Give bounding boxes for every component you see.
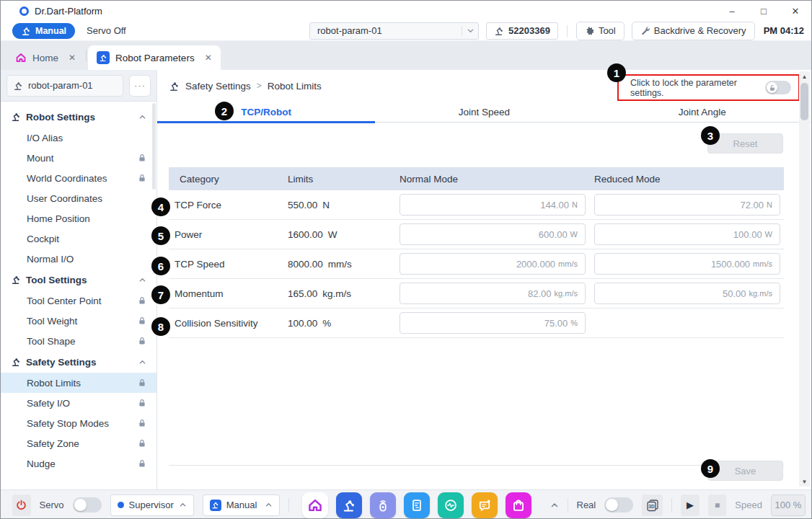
- manual-mode-icon: [210, 500, 221, 511]
- param-file-select[interactable]: robot-param-01: [309, 22, 479, 40]
- sidebar-section-header[interactable]: Tool Settings: [1, 269, 156, 290]
- tab-robot-parameters[interactable]: Robot Parameters ✕: [88, 45, 221, 70]
- lock-settings-annotation-box: Click to lock the parameter settings.: [617, 74, 800, 101]
- normal-mode-input[interactable]: 75.00%: [400, 312, 586, 334]
- reduced-mode-input[interactable]: 50.00kg.m/s: [594, 283, 780, 304]
- sidebar-scrollbar[interactable]: [152, 103, 156, 190]
- param-file-value: robot-param-01: [317, 25, 382, 36]
- robot-serial-button[interactable]: 52203369: [486, 22, 558, 40]
- maximize-button[interactable]: □: [748, 1, 780, 21]
- robot-icon: [21, 26, 31, 36]
- normal-mode-input[interactable]: 2000.000mm/s: [400, 253, 586, 275]
- annotation-badge-5: 5: [151, 226, 170, 245]
- tab-robot-parameters-close-icon[interactable]: ✕: [205, 53, 212, 63]
- row-category: Power: [169, 229, 288, 240]
- play-button[interactable]: ▶: [681, 494, 700, 516]
- robot-parameters-icon: [97, 51, 110, 64]
- store-app-icon[interactable]: [506, 492, 531, 518]
- sidebar-item-safety-zone[interactable]: Safety Zone: [1, 433, 156, 453]
- chevron-up-icon[interactable]: [138, 276, 146, 284]
- param-tab-tcp-robot[interactable]: TCP/Robot: [157, 102, 375, 122]
- manual-mode-button[interactable]: Manual: [12, 23, 75, 39]
- servo-label: Servo: [40, 500, 64, 510]
- window-title: Dr.Dart-Platform: [35, 6, 102, 17]
- app-logo-icon: [19, 6, 29, 16]
- sidebar-section-header[interactable]: Robot Settings: [1, 106, 156, 128]
- sidebar-item-robot-limits[interactable]: Robot Limits: [1, 373, 156, 393]
- reduced-mode-input[interactable]: 72.00N: [594, 194, 780, 216]
- header-category: Category: [169, 174, 288, 185]
- sidebar-item-safety-stop-modes[interactable]: Safety Stop Modes: [1, 413, 156, 433]
- scroll-down-icon[interactable]: ▼: [802, 476, 808, 487]
- tool-button[interactable]: Tool: [576, 22, 625, 40]
- row-limit: 165.00kg.m/s: [288, 288, 400, 299]
- mode-select[interactable]: Manual: [203, 494, 280, 516]
- servo-toggle[interactable]: [73, 497, 102, 513]
- scroll-up-icon[interactable]: ▲: [802, 71, 808, 81]
- sidebar-item-i-o-alias[interactable]: I/O Alias: [1, 128, 156, 148]
- sidebar-item-tool-shape[interactable]: Tool Shape: [1, 331, 156, 351]
- chevron-up-icon: [265, 501, 273, 509]
- real-mode-toggle[interactable]: [604, 497, 633, 513]
- role-select[interactable]: Supervisor: [110, 494, 194, 516]
- chevron-up-icon[interactable]: [138, 113, 146, 121]
- sidebar-item-tool-center-point[interactable]: Tool Center Point: [1, 290, 156, 311]
- robot-params-app-icon[interactable]: [336, 492, 362, 518]
- breadcrumb-parent[interactable]: Safety Settings: [185, 81, 251, 92]
- param-tab-joint-angle[interactable]: Joint Angle: [593, 102, 811, 122]
- breadcrumb-current: Robot Limits: [268, 81, 322, 92]
- normal-mode-input[interactable]: 144.00N: [400, 194, 586, 216]
- normal-mode-input[interactable]: 82.00kg.m/s: [400, 283, 586, 304]
- chevron-up-icon[interactable]: [138, 358, 146, 366]
- tab-home[interactable]: Home ✕: [6, 45, 84, 70]
- stop-icon: ■: [715, 500, 720, 510]
- sidebar-item-world-coordinates[interactable]: World Coordinates: [1, 168, 156, 188]
- message-app-icon[interactable]: [472, 492, 498, 518]
- speed-value-box[interactable]: 100 %: [771, 494, 806, 516]
- close-button[interactable]: ✕: [780, 1, 811, 21]
- stop-button[interactable]: ■: [708, 494, 727, 516]
- tab-home-close-icon[interactable]: ✕: [69, 53, 76, 63]
- robot-lock-icon: [494, 26, 504, 36]
- table-row: TCP Force 550.00N 144.00N 72.00N: [169, 190, 784, 220]
- play-icon: ▶: [687, 500, 694, 510]
- normal-mode-input[interactable]: 600.00W: [400, 223, 586, 245]
- lock-icon: [138, 337, 146, 345]
- sidebar-item-safety-i-o[interactable]: Safety I/O: [1, 393, 156, 413]
- scrollbar-thumb[interactable]: [800, 83, 808, 120]
- remote-control-app-icon[interactable]: [370, 492, 396, 518]
- lock-icon: [138, 296, 146, 305]
- manual-mode-label: Manual: [35, 26, 66, 36]
- sidebar-item-nudge[interactable]: Nudge: [1, 453, 156, 474]
- power-button[interactable]: [12, 494, 31, 516]
- main-scrollbar[interactable]: ▲ ▼: [799, 71, 810, 487]
- speed-label: Speed: [735, 500, 762, 510]
- chevron-up-icon: [179, 501, 187, 509]
- more-options-button[interactable]: ···: [129, 75, 151, 97]
- table-row: Power 1600.00W 600.00W 100.00W: [169, 220, 784, 249]
- dock-collapse-icon[interactable]: [550, 501, 559, 510]
- reduced-mode-input[interactable]: 1500.000mm/s: [594, 253, 780, 275]
- param-tab-joint-speed[interactable]: Joint Speed: [375, 102, 593, 122]
- sidebar-item-tool-weight[interactable]: Tool Weight: [1, 311, 156, 331]
- lock-toggle[interactable]: [765, 81, 791, 94]
- sidebar-item-normal-i-o[interactable]: Normal I/O: [1, 249, 156, 269]
- param-name-field[interactable]: robot-param-01: [6, 75, 123, 97]
- backdrive-recovery-button[interactable]: Backdrive & Recovery: [632, 22, 755, 40]
- bottom-status-bar: Servo Supervisor Manual: [1, 489, 811, 519]
- sidebar-item-cockpit[interactable]: Cockpit: [1, 229, 156, 249]
- annotation-badge-3: 3: [701, 126, 720, 145]
- reduced-mode-input[interactable]: 100.00W: [594, 223, 780, 245]
- backdrive-label: Backdrive & Recovery: [654, 25, 746, 36]
- sidebar-item-mount[interactable]: Mount: [1, 148, 156, 168]
- sidebar-section-header[interactable]: Safety Settings: [1, 351, 156, 373]
- task-writer-app-icon[interactable]: [404, 492, 430, 518]
- sidebar-item-user-coordinates[interactable]: User Coordinates: [1, 188, 156, 208]
- robot-icon: [11, 275, 21, 285]
- monitoring-app-icon[interactable]: [438, 492, 464, 518]
- 3d-view-button[interactable]: 3D: [642, 494, 663, 516]
- minimize-button[interactable]: –: [716, 1, 748, 21]
- svg-text:3D: 3D: [648, 504, 655, 509]
- home-app-icon[interactable]: [302, 492, 328, 518]
- sidebar-item-home-position[interactable]: Home Position: [1, 208, 156, 229]
